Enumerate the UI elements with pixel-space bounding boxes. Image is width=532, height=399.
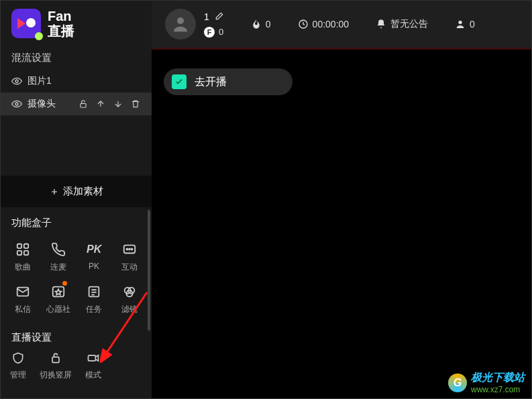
stat-duration: 00:00:00	[298, 19, 350, 30]
logo-text: Fan 直播	[48, 9, 74, 38]
func-label: 任务	[86, 304, 102, 315]
bell-icon	[376, 19, 386, 30]
topbar: 1 F 0 0 00:00:00 暂无公告	[152, 1, 531, 48]
live-label: 切换竖屏	[40, 369, 72, 381]
filter-icon	[121, 284, 138, 300]
mail-icon	[15, 284, 31, 300]
svg-rect-6	[23, 251, 28, 255]
user-id: 1	[204, 11, 209, 22]
funcbox-title: 功能盒子	[1, 207, 152, 235]
scrollbar[interactable]	[148, 210, 150, 331]
watermark-url: www.xz7.com	[471, 385, 525, 394]
mixer-title: 混流设置	[1, 46, 152, 70]
live-settings-grid: 管理 切换竖屏 模式	[1, 348, 152, 390]
func-label: PK	[89, 262, 99, 271]
svg-point-8	[127, 249, 128, 250]
arrow-up-icon[interactable]	[95, 99, 106, 109]
user-block[interactable]: 1 F 0	[165, 9, 224, 40]
edit-icon[interactable]	[215, 11, 224, 23]
source-item-camera[interactable]: 摄像头	[1, 93, 152, 115]
viewers-value: 0	[470, 19, 475, 30]
eye-icon	[11, 76, 22, 87]
watermark-logo-icon: G	[448, 374, 467, 392]
svg-point-10	[131, 249, 133, 250]
func-item-song[interactable]: 歌曲	[5, 237, 40, 277]
func-item-task[interactable]: 任务	[76, 280, 112, 319]
live-item-mode[interactable]: 模式	[85, 351, 101, 381]
arrow-down-icon[interactable]	[113, 99, 123, 109]
fire-value: 0	[266, 19, 271, 30]
fpoints-value: 0	[219, 27, 223, 37]
svg-point-1	[15, 103, 18, 105]
funcbox-grid: 歌曲 连麦 PK PK 互动 私信 心愿社	[1, 235, 152, 325]
phone-icon	[50, 241, 66, 258]
stat-announcement[interactable]: 暂无公告	[376, 18, 428, 30]
add-source-button[interactable]: 添加素材	[1, 176, 152, 207]
source-actions	[78, 99, 141, 109]
svg-rect-4	[23, 244, 28, 248]
go-live-button[interactable]: 去开播	[164, 68, 292, 95]
func-item-interact[interactable]: 互动	[112, 237, 148, 277]
person-icon	[455, 19, 466, 30]
func-item-lianmai[interactable]: 连麦	[40, 237, 76, 277]
fire-icon	[251, 19, 262, 30]
f-badge-icon: F	[204, 27, 215, 38]
lock-icon	[48, 351, 63, 365]
task-icon	[86, 284, 102, 300]
duration-value: 00:00:00	[313, 19, 350, 30]
svg-point-9	[129, 249, 130, 250]
trash-icon[interactable]	[130, 99, 141, 109]
watermark: G 极光下载站 www.xz7.com	[448, 371, 525, 394]
func-label: 歌曲	[15, 262, 31, 273]
svg-point-21	[458, 21, 462, 24]
func-item-filter[interactable]: 滤镜	[112, 280, 148, 319]
clipboard-check-icon	[172, 74, 187, 89]
svg-rect-2	[81, 103, 86, 107]
camera-mode-icon	[86, 351, 101, 365]
logo-line2: 直播	[48, 23, 74, 38]
func-label: 心愿社	[46, 304, 70, 315]
logo-mark	[11, 9, 41, 38]
unlock-icon[interactable]	[78, 99, 89, 109]
add-source-label: 添加素材	[63, 185, 103, 198]
go-live-label: 去开播	[195, 75, 227, 89]
stat-fire: 0	[251, 19, 271, 30]
source-label: 图片1	[28, 75, 52, 87]
eye-icon	[11, 99, 22, 109]
avatar	[165, 9, 196, 40]
svg-point-0	[15, 80, 18, 82]
svg-rect-18	[89, 355, 96, 361]
live-item-manage[interactable]: 管理	[10, 351, 26, 381]
notification-dot	[62, 281, 67, 286]
main-area: 1 F 0 0 00:00:00 暂无公告	[152, 1, 531, 398]
source-item-image1[interactable]: 图片1	[1, 70, 152, 93]
func-item-wish[interactable]: 心愿社	[40, 280, 76, 319]
sidebar: Fan 直播 混流设置 图片1 摄像头	[1, 1, 152, 398]
grid-icon	[15, 241, 31, 258]
chat-icon	[121, 241, 138, 258]
live-settings-title: 直播设置	[1, 325, 152, 348]
app-logo: Fan 直播	[1, 1, 152, 46]
star-icon	[50, 284, 66, 300]
source-label: 摄像头	[28, 98, 56, 110]
pk-icon: PK	[86, 241, 102, 258]
svg-rect-17	[52, 357, 59, 362]
stat-viewers: 0	[455, 19, 475, 30]
func-label: 连麦	[50, 262, 66, 273]
svg-rect-5	[17, 251, 21, 255]
live-label: 模式	[85, 369, 101, 381]
watermark-name: 极光下载站	[471, 371, 525, 385]
live-label: 管理	[10, 369, 26, 381]
func-item-dm[interactable]: 私信	[5, 280, 40, 319]
svg-rect-3	[17, 244, 21, 248]
live-item-orientation[interactable]: 切换竖屏	[40, 351, 72, 381]
func-item-pk[interactable]: PK PK	[76, 237, 112, 277]
announcement-text: 暂无公告	[390, 18, 428, 30]
topbar-underline	[152, 48, 531, 50]
plus-icon	[50, 187, 59, 196]
clock-icon	[298, 19, 309, 30]
logo-line1: Fan	[48, 9, 74, 23]
shield-icon	[11, 351, 25, 365]
func-label: 滤镜	[121, 304, 138, 315]
func-label: 互动	[121, 262, 138, 273]
